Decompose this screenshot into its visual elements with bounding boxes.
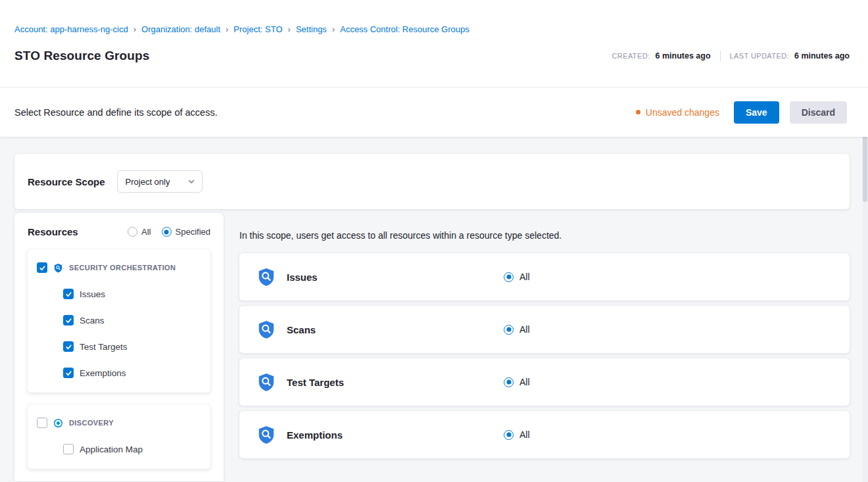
item-checkbox[interactable] <box>63 341 74 352</box>
toolbar-description: Select Resource and define its scope of … <box>14 107 218 118</box>
filter-all-label: All <box>141 227 151 237</box>
resource-type-name: Exemptions <box>287 429 504 441</box>
access-row-issues: Issues All <box>239 253 850 301</box>
created-value: 6 minutes ago <box>656 51 711 60</box>
unsaved-dot-icon <box>636 110 640 114</box>
discard-button[interactable]: Discard <box>790 101 847 124</box>
last-updated-value: 6 minutes ago <box>794 51 850 60</box>
breadcrumb-resource-groups[interactable]: Access Control: Resource Groups <box>340 24 470 34</box>
filter-specified-radio[interactable]: Specified <box>162 227 210 237</box>
group-name: SECURITY ORCHESTRATION <box>69 264 176 272</box>
item-checkbox[interactable] <box>63 368 74 378</box>
shield-search-icon <box>256 319 276 340</box>
resource-item-exemptions: Exemptions <box>37 360 201 386</box>
access-label: All <box>519 429 530 440</box>
breadcrumb-account[interactable]: Account: app-harness-ng-cicd <box>14 24 128 34</box>
item-checkbox[interactable] <box>63 315 74 325</box>
item-label: Issues <box>80 289 105 299</box>
shield-search-icon <box>256 424 276 445</box>
group-checkbox[interactable] <box>37 418 47 428</box>
item-label: Application Map <box>80 445 143 454</box>
radio-icon[interactable] <box>504 430 514 440</box>
access-all-radio[interactable]: All <box>504 324 530 335</box>
resource-item-test-targets: Test Targets <box>37 333 201 360</box>
page-header: Account: app-harness-ng-cicd › Organizat… <box>0 0 868 87</box>
resources-panel: Resources All Specified <box>14 213 224 481</box>
access-all-radio[interactable]: All <box>504 429 530 440</box>
item-label: Scans <box>80 316 105 325</box>
item-label: Exemptions <box>80 368 126 378</box>
breadcrumb-separator-icon: › <box>226 24 228 34</box>
group-checkbox[interactable] <box>37 262 47 273</box>
action-toolbar: Select Resource and define its scope of … <box>0 87 868 137</box>
breadcrumb-separator-icon: › <box>332 24 335 34</box>
item-label: Test Targets <box>80 342 128 352</box>
radio-icon[interactable] <box>504 325 514 335</box>
timestamps: CREATED: 6 minutes ago LAST UPDATED: 6 m… <box>612 51 850 61</box>
shield-search-icon <box>53 263 63 273</box>
access-label: All <box>519 272 530 282</box>
resource-item-issues: Issues <box>37 281 201 307</box>
radio-icon[interactable] <box>128 227 137 237</box>
item-checkbox[interactable] <box>63 289 74 299</box>
resource-scope-card: Resource Scope Project only <box>14 154 850 209</box>
last-updated-label: LAST UPDATED: <box>730 52 789 60</box>
access-row-test-targets: Test Targets All <box>239 358 850 406</box>
save-button[interactable]: Save <box>734 101 779 124</box>
page-title: STO Resource Groups <box>14 49 149 63</box>
filter-specified-label: Specified <box>176 227 210 237</box>
unsaved-changes-label: Unsaved changes <box>646 107 719 118</box>
meta-divider <box>720 51 721 61</box>
breadcrumb-separator-icon: › <box>133 24 136 34</box>
resource-scope-select[interactable]: Project only <box>117 170 203 193</box>
access-label: All <box>519 324 530 335</box>
resource-type-name: Test Targets <box>287 377 504 388</box>
scope-description: In this scope, users get access to all r… <box>239 230 850 241</box>
access-row-scans: Scans All <box>239 306 850 353</box>
access-all-radio[interactable]: All <box>504 272 530 282</box>
breadcrumb-project[interactable]: Project: STO <box>233 24 282 34</box>
resource-group-security-orchestration: SECURITY ORCHESTRATION Issues Scans <box>28 249 210 393</box>
breadcrumb: Account: app-harness-ng-cicd › Organizat… <box>14 24 850 34</box>
resource-item-application-map: Application Map <box>37 436 201 462</box>
shield-search-icon <box>256 372 276 393</box>
item-checkbox[interactable] <box>63 444 74 454</box>
access-row-exemptions: Exemptions All <box>239 411 850 458</box>
resource-type-name: Scans <box>287 324 504 335</box>
created-label: CREATED: <box>612 52 650 60</box>
chevron-down-icon <box>187 178 195 185</box>
vertical-scrollbar[interactable] <box>862 88 868 482</box>
radio-icon[interactable] <box>162 227 172 237</box>
radio-icon[interactable] <box>504 377 514 387</box>
target-icon <box>53 418 63 428</box>
main-content: Resource Scope Project only Resources Al… <box>0 137 868 481</box>
resource-scope-value: Project only <box>126 177 170 187</box>
radio-icon[interactable] <box>504 272 514 282</box>
shield-search-icon <box>256 266 276 287</box>
resources-title: Resources <box>28 226 78 237</box>
breadcrumb-organization[interactable]: Organization: default <box>141 24 220 34</box>
access-rows-area: In this scope, users get access to all r… <box>239 213 850 481</box>
resource-item-scans: Scans <box>37 307 201 333</box>
breadcrumb-settings[interactable]: Settings <box>296 24 327 34</box>
access-all-radio[interactable]: All <box>504 377 530 387</box>
resource-scope-label: Resource Scope <box>28 176 105 187</box>
filter-all-radio[interactable]: All <box>128 227 151 237</box>
resource-group-discovery: DISCOVERY Application Map <box>28 404 210 469</box>
breadcrumb-separator-icon: › <box>288 24 291 34</box>
group-name: DISCOVERY <box>69 419 114 427</box>
resource-type-name: Issues <box>287 272 504 283</box>
access-label: All <box>519 377 530 387</box>
unsaved-changes-indicator: Unsaved changes <box>636 107 719 118</box>
